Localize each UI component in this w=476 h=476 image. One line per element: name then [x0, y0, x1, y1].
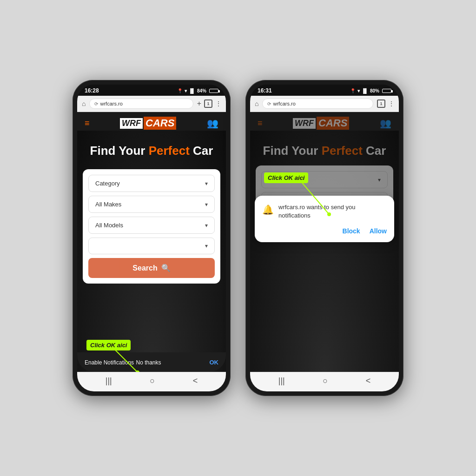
makes-label: All Makes: [95, 201, 121, 208]
hero-text-2: Find Your Perfect Car: [250, 134, 399, 165]
fourth-select[interactable]: ▾: [88, 238, 215, 254]
models-label: All Models: [95, 222, 123, 229]
wifi-icon-2: ▾: [357, 88, 360, 93]
nav-home-1[interactable]: ○: [150, 376, 155, 386]
plus-icon-1[interactable]: +: [197, 99, 201, 108]
nav-home-2[interactable]: ○: [323, 376, 328, 386]
browser-actions-2: 1 ⋮: [377, 99, 394, 108]
tab-count-2[interactable]: 1: [377, 99, 385, 108]
search-icon-1: 🔍: [161, 264, 171, 272]
url-bar-1[interactable]: ⟳ wrfcars.ro: [89, 99, 193, 109]
search-button-1[interactable]: Search 🔍: [88, 258, 215, 278]
makes-arrow: ▾: [205, 201, 208, 208]
phone-bottom-1: ||| ○ <: [77, 372, 226, 391]
status-bar-2: 16:31 📍 ▾ ▐▌ 80%: [250, 85, 399, 96]
status-icons-1: 📍 ▾ ▐▌ 84%: [177, 88, 218, 93]
app-content-2: ≡ WRF CARS 👥 Find Your Perfect Car: [250, 112, 399, 372]
battery-percent-2: 80%: [370, 88, 379, 93]
logo-2: WRF CARS: [293, 117, 349, 130]
url-icon-2: ⟳: [267, 101, 271, 106]
dialog-allow-button[interactable]: Allow: [370, 227, 387, 235]
models-select[interactable]: All Models ▾: [88, 217, 215, 234]
search-form-1: Category ▾ All Makes ▾ All Models ▾ ▾: [83, 169, 220, 284]
notification-toast-1: Enable Notifications No thanks OK: [77, 352, 226, 372]
toast-ok-button[interactable]: OK: [210, 359, 219, 366]
browser-bar-1[interactable]: ⌂ ⟳ wrfcars.ro + 1 ⋮: [77, 96, 226, 112]
url-text-1: wrfcars.ro: [100, 101, 122, 106]
hero-text-1: Find Your Perfect Car: [77, 134, 226, 165]
scene: 16:28 📍 ▾ ▐▌ 84% ⌂ ⟳ wrfcars.ro: [0, 0, 476, 476]
status-time-1: 16:28: [85, 87, 99, 94]
nav-lines-1[interactable]: |||: [106, 376, 112, 386]
dialog-block-button[interactable]: Block: [343, 227, 360, 235]
phone-bottom-2: ||| ○ <: [250, 372, 399, 391]
battery-bar-1: [209, 89, 218, 93]
tab-count-1[interactable]: 1: [204, 99, 212, 108]
hero-part3-2: Car: [363, 144, 386, 158]
annotation-arrow-1: [114, 349, 152, 372]
nav-lines-2[interactable]: |||: [278, 376, 285, 386]
wifi-icon: ▾: [185, 88, 187, 93]
status-time-2: 16:31: [258, 87, 272, 94]
menu-dots-2[interactable]: ⋮: [388, 100, 394, 107]
url-bar-2[interactable]: ⟳ wrfcars.ro: [262, 99, 373, 109]
url-icon-1: ⟳: [94, 101, 98, 106]
status-icons-2: 📍 ▾ ▐▌ 80%: [350, 88, 391, 93]
app-header-2: ≡ WRF CARS 👥: [250, 112, 399, 134]
nav-back-2[interactable]: <: [366, 376, 371, 386]
menu-dots-1[interactable]: ⋮: [215, 100, 221, 107]
user-icon-1[interactable]: 👥: [207, 118, 218, 129]
hero-part2: Car: [190, 144, 213, 158]
phone-1: 16:28 📍 ▾ ▐▌ 84% ⌂ ⟳ wrfcars.ro: [73, 80, 231, 396]
logo-cars-1: CARS: [144, 117, 176, 130]
app-header-1: ≡ WRF CARS 👥: [77, 112, 226, 134]
annotation-2: Click OK aici: [264, 172, 308, 183]
battery-percent-1: 84%: [197, 88, 206, 93]
bell-icon: 🔔: [262, 204, 274, 215]
hamburger-icon-1[interactable]: ≡: [85, 119, 90, 128]
hamburger-icon-2: ≡: [258, 119, 263, 128]
hero-part1-2: Find Your: [263, 144, 322, 158]
models-arrow: ▾: [205, 222, 208, 229]
location-icon: 📍: [177, 88, 183, 93]
annotation-arrow-2: [301, 182, 348, 219]
fourth-arrow: ▾: [205, 243, 208, 249]
logo-wrf-2: WRF: [293, 118, 316, 129]
hero-part1: Find Your: [90, 144, 149, 158]
home-icon-2[interactable]: ⌂: [255, 100, 258, 107]
browser-bar-2[interactable]: ⌂ ⟳ wrfcars.ro 1 ⋮: [250, 96, 399, 112]
hero-orange-2: Perfect: [322, 144, 363, 158]
battery-bar-2: [382, 89, 391, 93]
app-content-1: ≡ WRF CARS 👥 Find Your Perfect Car: [77, 112, 226, 372]
phone-2: 16:31 📍 ▾ ▐▌ 80% ⌂ ⟳ wrfcars.ro: [245, 80, 403, 396]
svg-line-2: [301, 182, 329, 214]
category-select[interactable]: Category ▾: [88, 175, 215, 192]
nav-back-1[interactable]: <: [193, 376, 198, 386]
dialog-actions: Block Allow: [262, 227, 387, 235]
url-text-2: wrfcars.ro: [273, 101, 295, 106]
models-arrow-2: ▾: [378, 177, 381, 183]
category-arrow: ▾: [205, 180, 208, 187]
location-icon-2: 📍: [350, 88, 356, 93]
signal-icon: ▐▌: [189, 88, 195, 93]
category-label: Category: [95, 180, 120, 187]
svg-point-3: [327, 212, 331, 216]
user-icon-2: 👥: [380, 118, 391, 129]
hero-orange-1: Perfect: [149, 144, 190, 158]
makes-select[interactable]: All Makes ▾: [88, 196, 215, 213]
hero-title-1: Find Your Perfect Car: [85, 144, 218, 158]
home-icon-1[interactable]: ⌂: [82, 100, 86, 107]
svg-line-0: [114, 349, 138, 372]
logo-wrf-1: WRF: [120, 118, 143, 129]
browser-actions-1: + 1 ⋮: [197, 99, 221, 108]
search-btn-text-1: Search: [132, 264, 157, 272]
hero-title-2: Find Your Perfect Car: [258, 144, 391, 158]
logo-cars-2: CARS: [317, 117, 349, 130]
logo-1: WRF CARS: [120, 117, 176, 130]
status-bar-1: 16:28 📍 ▾ ▐▌ 84%: [77, 85, 226, 96]
signal-icon-2: ▐▌: [362, 88, 368, 93]
annotation-1: Click OK aici: [86, 340, 131, 350]
